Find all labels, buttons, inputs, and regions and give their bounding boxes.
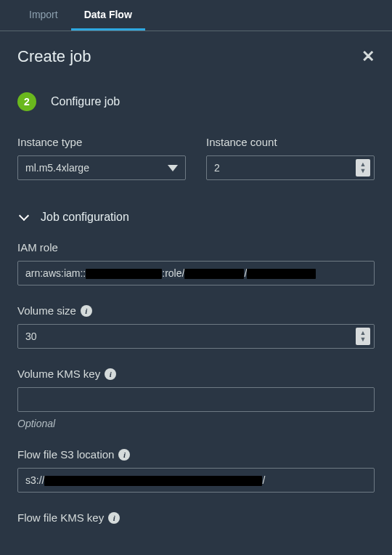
instance-row: Instance type ml.m5.4xlarge Instance cou… [17, 136, 375, 180]
volume-size-label: Volume size i [17, 304, 375, 317]
tabs-bar: Import Data Flow [0, 0, 392, 31]
optional-hint: Optional [17, 418, 375, 429]
flow-s3-label: Flow file S3 location i [17, 448, 375, 461]
chevron-down-icon [19, 211, 29, 221]
close-icon: ✕ [362, 47, 375, 65]
number-stepper[interactable]: ▲ ▼ [356, 328, 370, 345]
close-button[interactable]: ✕ [362, 49, 375, 65]
caret-down-icon [168, 165, 178, 171]
volume-size-value: 30 [18, 331, 356, 342]
instance-type-label: Instance type [17, 136, 186, 148]
iam-role-value: arn:aws:iam:::role// [18, 267, 374, 279]
instance-count-label: Instance count [206, 136, 375, 148]
instance-type-value: ml.m5.4xlarge [18, 162, 168, 174]
create-job-panel: Create job ✕ 2 Configure job Instance ty… [0, 31, 392, 524]
tab-import[interactable]: Import [16, 0, 71, 31]
iam-role-input[interactable]: arn:aws:iam:::role// [17, 261, 375, 285]
instance-type-select[interactable]: ml.m5.4xlarge [17, 155, 186, 180]
panel-header: Create job ✕ [17, 47, 375, 66]
iam-role-label: IAM role [17, 241, 375, 254]
flow-kms-label: Flow file KMS key i [17, 511, 375, 524]
volume-kms-input[interactable] [17, 387, 375, 412]
job-config-toggle[interactable]: Job configuration [17, 211, 375, 224]
step-indicator: 2 Configure job [17, 92, 375, 111]
flow-s3-input[interactable]: s3:/// [17, 468, 375, 493]
flow-kms-field: Flow file KMS key i [17, 511, 375, 524]
info-icon[interactable]: i [81, 305, 92, 317]
job-config-label: Job configuration [41, 211, 129, 224]
stepper-down-icon: ▼ [360, 168, 367, 174]
volume-kms-field: Volume KMS key i Optional [17, 368, 375, 429]
instance-count-value: 2 [207, 162, 356, 174]
iam-role-field: IAM role arn:aws:iam:::role// [17, 241, 375, 285]
info-icon[interactable]: i [105, 368, 116, 380]
step-number-badge: 2 [17, 92, 36, 111]
volume-size-input[interactable]: 30 ▲ ▼ [17, 324, 375, 349]
volume-kms-label: Volume KMS key i [17, 368, 375, 380]
stepper-down-icon: ▼ [360, 336, 367, 343]
volume-size-field: Volume size i 30 ▲ ▼ [17, 304, 375, 349]
instance-count-field: Instance count 2 ▲ ▼ [206, 136, 375, 180]
info-icon[interactable]: i [118, 449, 130, 461]
info-icon[interactable]: i [108, 512, 120, 524]
step-label: Configure job [51, 95, 120, 108]
page-title: Create job [17, 47, 91, 66]
instance-count-input[interactable]: 2 ▲ ▼ [206, 155, 375, 180]
number-stepper[interactable]: ▲ ▼ [356, 159, 370, 177]
tab-data-flow[interactable]: Data Flow [71, 0, 145, 31]
flow-s3-value: s3:/// [18, 474, 374, 486]
instance-type-field: Instance type ml.m5.4xlarge [17, 136, 186, 180]
flow-s3-field: Flow file S3 location i s3:/// [17, 448, 375, 493]
